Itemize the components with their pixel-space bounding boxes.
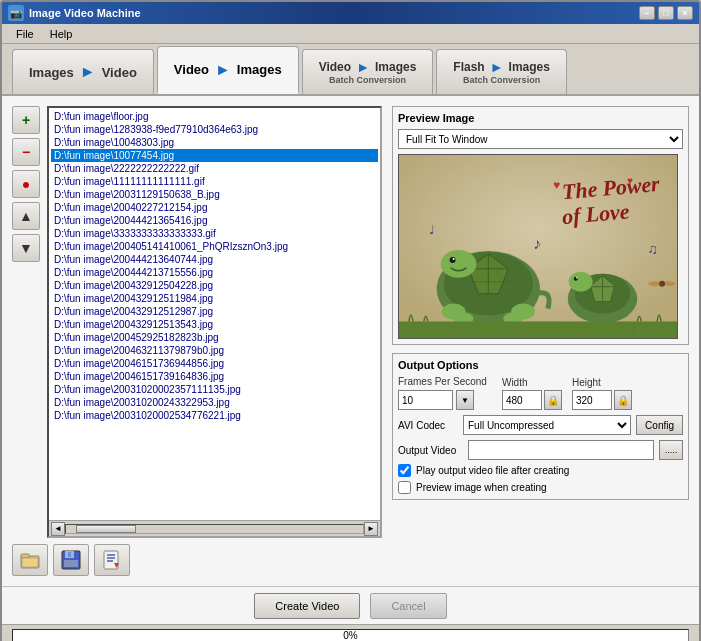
file-item[interactable]: D:\fun image\200452925182823b.jpg bbox=[51, 331, 378, 344]
tab4-label2: Images bbox=[509, 60, 550, 74]
create-video-button[interactable]: Create Video bbox=[254, 593, 360, 619]
move-up-button[interactable]: ▲ bbox=[12, 202, 40, 230]
output-video-input[interactable] bbox=[468, 440, 654, 460]
maximize-button[interactable]: □ bbox=[658, 6, 674, 20]
file-item[interactable]: D:\fun image\200444213640744.jpg bbox=[51, 253, 378, 266]
tab2-label2: Images bbox=[237, 62, 282, 77]
tab1-arrow: ► bbox=[80, 63, 96, 81]
svg-rect-2 bbox=[22, 558, 38, 567]
tab1-label2: Video bbox=[102, 65, 137, 80]
preview-label: Preview image when creating bbox=[416, 482, 547, 493]
svg-text:♫: ♫ bbox=[647, 241, 657, 257]
svg-rect-44 bbox=[399, 321, 677, 338]
file-item[interactable]: D:\fun image\20031020002534776221.jpg bbox=[51, 409, 378, 422]
load-list-button[interactable] bbox=[94, 544, 130, 576]
file-item[interactable]: D:\fun image\200405141410061_PhQRIzsznOn… bbox=[51, 240, 378, 253]
width-input[interactable] bbox=[502, 390, 542, 410]
right-panel: Preview Image Full Fit To Window Actual … bbox=[392, 106, 689, 576]
tab2-label1: Video bbox=[174, 62, 209, 77]
add-button[interactable]: + bbox=[12, 106, 40, 134]
file-item[interactable]: D:\fun image\11111111111111.gif bbox=[51, 175, 378, 188]
open-folder-button[interactable] bbox=[12, 544, 48, 576]
app-icon: 📷 bbox=[8, 5, 24, 21]
file-item[interactable]: D:\fun image\10048303.jpg bbox=[51, 136, 378, 149]
tab3-sub: Batch Conversion bbox=[329, 75, 406, 85]
menu-file[interactable]: File bbox=[8, 26, 42, 42]
file-item[interactable]: D:\fun image\20031020002357111135.jpg bbox=[51, 383, 378, 396]
fps-label: Frames Per Second bbox=[398, 376, 487, 387]
output-video-row: Output Video ..... bbox=[398, 440, 683, 460]
tab-video-images-batch[interactable]: Video ► Images Batch Conversion bbox=[302, 49, 434, 94]
file-item[interactable]: D:\fun image\20046151739164836.jpg bbox=[51, 370, 378, 383]
left-panel: + − ● ▲ ▼ D:\fun image\floor.jpgD:\fun i… bbox=[12, 106, 382, 576]
height-lock-icon[interactable]: 🔒 bbox=[614, 390, 632, 410]
svg-text:♥: ♥ bbox=[553, 178, 560, 192]
width-field: Width 🔒 bbox=[502, 377, 562, 410]
play-checkbox[interactable] bbox=[398, 464, 411, 477]
scroll-right-arrow[interactable]: ► bbox=[364, 522, 378, 536]
scroll-thumb[interactable] bbox=[76, 525, 136, 533]
file-item[interactable]: D:\fun image\3333333333333333.gif bbox=[51, 227, 378, 240]
file-item[interactable]: D:\fun image\200444213715556.jpg bbox=[51, 266, 378, 279]
file-list-container: D:\fun image\floor.jpgD:\fun image\12839… bbox=[47, 106, 382, 538]
dimensions-group: Width 🔒 Height 🔒 bbox=[502, 377, 632, 410]
scroll-track[interactable] bbox=[65, 524, 364, 534]
menu-help[interactable]: Help bbox=[42, 26, 81, 42]
file-item[interactable]: D:\fun image\20044421365416.jpg bbox=[51, 214, 378, 227]
file-item[interactable]: D:\fun image\20046151736944856.jpg bbox=[51, 357, 378, 370]
svg-rect-5 bbox=[68, 552, 71, 557]
window-controls: − □ × bbox=[639, 6, 693, 20]
record-button[interactable]: ● bbox=[12, 170, 40, 198]
progress-text: 0% bbox=[343, 630, 357, 641]
file-item[interactable]: D:\fun image\200432912511984.jpg bbox=[51, 292, 378, 305]
minimize-button[interactable]: − bbox=[639, 6, 655, 20]
fps-group: Frames Per Second ▼ bbox=[398, 376, 487, 410]
main-area: + − ● ▲ ▼ D:\fun image\floor.jpgD:\fun i… bbox=[2, 96, 699, 586]
svg-point-39 bbox=[576, 277, 578, 279]
play-checkbox-row: Play output video file after creating bbox=[398, 464, 683, 477]
remove-button[interactable]: − bbox=[12, 138, 40, 166]
width-lock-icon[interactable]: 🔒 bbox=[544, 390, 562, 410]
fps-input[interactable] bbox=[398, 390, 453, 410]
svg-point-25 bbox=[441, 250, 477, 278]
tab4-label1: Flash bbox=[453, 60, 484, 74]
svg-rect-1 bbox=[21, 554, 29, 558]
output-options-title: Output Options bbox=[398, 359, 683, 371]
codec-select[interactable]: Full Uncompressed DivX Xvid H.264 bbox=[463, 415, 631, 435]
horizontal-scrollbar[interactable]: ◄ ► bbox=[49, 520, 380, 536]
config-button[interactable]: Config bbox=[636, 415, 683, 435]
height-field: Height 🔒 bbox=[572, 377, 632, 410]
progress-track: 0% bbox=[12, 629, 689, 642]
fit-select[interactable]: Full Fit To Window Actual Size Fit Width… bbox=[398, 129, 683, 149]
preview-image: The Power of Love ♥ ♥ bbox=[398, 154, 678, 339]
file-item[interactable]: D:\fun image\20040227212154.jpg bbox=[51, 201, 378, 214]
file-item[interactable]: D:\fun image\20031129150638_B.jpg bbox=[51, 188, 378, 201]
move-down-button[interactable]: ▼ bbox=[12, 234, 40, 262]
tab3-arrow: ► bbox=[356, 59, 370, 75]
file-item[interactable]: D:\fun image\floor.jpg bbox=[51, 110, 378, 123]
fps-dropdown[interactable]: ▼ bbox=[456, 390, 474, 410]
save-button[interactable] bbox=[53, 544, 89, 576]
close-button[interactable]: × bbox=[677, 6, 693, 20]
scroll-left-arrow[interactable]: ◄ bbox=[51, 522, 65, 536]
file-list[interactable]: D:\fun image\floor.jpgD:\fun image\12839… bbox=[49, 108, 380, 520]
svg-text:♪: ♪ bbox=[533, 235, 541, 252]
file-item[interactable]: D:\fun image\200310200243322953.jpg bbox=[51, 396, 378, 409]
tab-video-to-images[interactable]: Video ► Images bbox=[157, 46, 299, 94]
file-item[interactable]: D:\fun image\200463211379879b0.jpg bbox=[51, 344, 378, 357]
height-input[interactable] bbox=[572, 390, 612, 410]
file-item[interactable]: D:\fun image\200432912512987.jpg bbox=[51, 305, 378, 318]
tab-flash-images-batch[interactable]: Flash ► Images Batch Conversion bbox=[436, 49, 567, 94]
preview-checkbox[interactable] bbox=[398, 481, 411, 494]
menu-bar: File Help bbox=[2, 24, 699, 44]
progress-bar-area: 0% bbox=[2, 624, 699, 641]
file-item[interactable]: D:\fun image\1283938-f9ed77910d364e63.jp… bbox=[51, 123, 378, 136]
cancel-button[interactable]: Cancel bbox=[370, 593, 446, 619]
file-item[interactable]: D:\fun image\2222222222222.gif bbox=[51, 162, 378, 175]
tab-images-to-video[interactable]: Images ► Video bbox=[12, 49, 154, 94]
file-item[interactable]: D:\fun image\10077454.jpg bbox=[51, 149, 378, 162]
tab1-label1: Images bbox=[29, 65, 74, 80]
file-item[interactable]: D:\fun image\200432912513543.jpg bbox=[51, 318, 378, 331]
browse-button[interactable]: ..... bbox=[659, 440, 683, 460]
file-item[interactable]: D:\fun image\200432912504228.jpg bbox=[51, 279, 378, 292]
